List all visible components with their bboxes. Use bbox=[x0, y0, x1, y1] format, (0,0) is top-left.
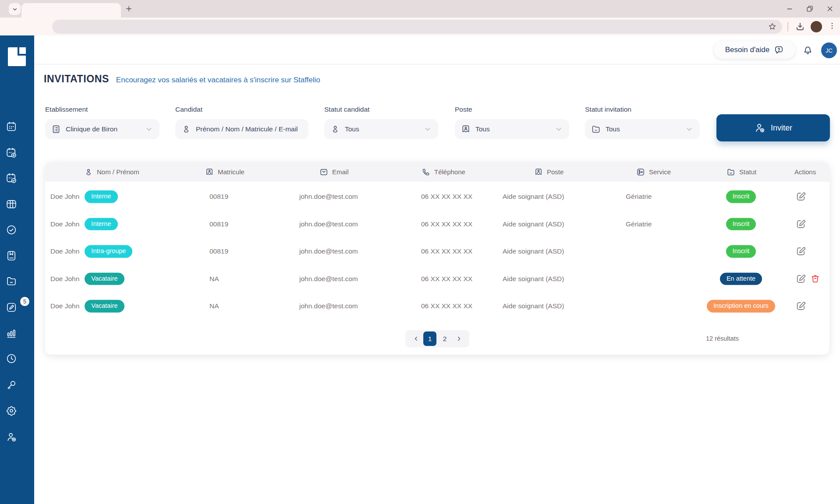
candidate-type-badge: Vacataire bbox=[85, 273, 124, 285]
status-cell: En attente bbox=[697, 273, 785, 285]
column-header-actions: Actions bbox=[794, 162, 816, 182]
pagination-next-button[interactable] bbox=[453, 331, 464, 346]
statut-invitation-label: Statut invitation bbox=[585, 106, 700, 113]
sidebar-item-invitations[interactable] bbox=[6, 302, 17, 313]
person-icon bbox=[330, 124, 340, 134]
statut-candidat-select[interactable]: Tous bbox=[324, 119, 438, 139]
staffelio-logo[interactable] bbox=[8, 47, 26, 66]
email-cell: john.doe@test.com bbox=[299, 302, 358, 310]
calendar-icon bbox=[6, 121, 17, 132]
bar-chart-icon bbox=[6, 328, 17, 339]
building-list-icon bbox=[51, 124, 61, 134]
sidebar-item-planning[interactable] bbox=[6, 121, 17, 132]
downloads-button[interactable] bbox=[795, 21, 805, 32]
folder-icon bbox=[727, 168, 735, 176]
chevron-down-icon bbox=[554, 125, 563, 134]
etablissement-value: Clinique de Biron bbox=[66, 125, 117, 133]
calendar-add-icon bbox=[6, 147, 17, 159]
close-button[interactable] bbox=[823, 2, 836, 15]
trash-icon bbox=[810, 274, 820, 284]
sidebar-item-history[interactable] bbox=[6, 353, 17, 364]
app-header: Besoin d'aide JC bbox=[34, 35, 840, 64]
browser-profile-avatar[interactable] bbox=[811, 21, 822, 32]
minimize-icon bbox=[785, 4, 794, 14]
status-cell: Inscrit bbox=[697, 245, 785, 257]
browser-menu-button[interactable] bbox=[828, 21, 836, 30]
sidebar-item-add-shift[interactable] bbox=[6, 147, 17, 159]
edit-button[interactable] bbox=[795, 219, 806, 229]
matricule-cell: 00819 bbox=[209, 247, 228, 255]
statut-invitation-value: Tous bbox=[606, 125, 620, 133]
pagination-page-2[interactable]: 2 bbox=[438, 331, 451, 346]
candidate-type-badge: Intra-groupe bbox=[85, 245, 132, 257]
phone-icon bbox=[422, 168, 430, 176]
table-header: Nom / Prénom Matricule Email Téléphone P… bbox=[45, 162, 829, 182]
statut-candidat-value: Tous bbox=[345, 125, 359, 133]
bookmark-star-icon[interactable] bbox=[768, 22, 777, 31]
statut-invitation-select[interactable]: Tous bbox=[585, 119, 700, 139]
candidate-name-cell: Doe JohnIntra-groupe bbox=[50, 245, 132, 257]
pagination-prev-button[interactable] bbox=[410, 331, 422, 346]
tab-search-button[interactable] bbox=[9, 3, 21, 15]
candidate-search-input[interactable] bbox=[196, 125, 302, 133]
restore-icon bbox=[805, 4, 814, 13]
status-badge: Inscrit bbox=[726, 245, 756, 257]
invite-button-label: Inviter bbox=[771, 123, 792, 133]
pagination: 1 2 bbox=[405, 330, 469, 347]
browser-tab[interactable] bbox=[21, 3, 121, 18]
filter-poste: Poste Tous bbox=[455, 106, 569, 139]
actions-cell bbox=[795, 191, 806, 202]
gear-icon bbox=[6, 405, 17, 416]
table-row: Doe JohnVacataireNAjohn.doe@test.com06 X… bbox=[45, 265, 829, 293]
help-button[interactable]: Besoin d'aide bbox=[714, 41, 795, 59]
edit-button[interactable] bbox=[795, 273, 806, 284]
edit-pencil-icon bbox=[795, 301, 806, 312]
chevron-down-icon bbox=[423, 125, 432, 134]
sidebar-item-statistics[interactable] bbox=[6, 328, 17, 339]
invite-button[interactable]: Inviter bbox=[716, 114, 830, 141]
hierarchy-icon bbox=[636, 168, 645, 176]
table-row: Doe JohnVacataireNAjohn.doe@test.com06 X… bbox=[45, 293, 829, 320]
column-header-email: Email bbox=[319, 162, 349, 182]
table-row: Doe JohnIntra-groupe00819john.doe@test.c… bbox=[45, 238, 829, 265]
envelope-icon bbox=[319, 168, 328, 176]
edit-button[interactable] bbox=[795, 301, 806, 312]
new-tab-button[interactable] bbox=[123, 3, 135, 15]
chevron-left-icon bbox=[413, 335, 419, 342]
poste-value: Tous bbox=[475, 125, 490, 133]
sidebar-item-add-user[interactable] bbox=[6, 431, 17, 443]
sidebar-item-directory[interactable] bbox=[6, 250, 17, 261]
pagination-page-1[interactable]: 1 bbox=[423, 331, 436, 346]
sidebar-item-grid[interactable] bbox=[6, 198, 17, 210]
statut-candidat-label: Statut candidat bbox=[324, 106, 438, 113]
column-header-statut: Statut bbox=[727, 162, 756, 182]
etablissement-select[interactable]: Clinique de Biron bbox=[45, 119, 159, 139]
edit-button[interactable] bbox=[795, 191, 806, 202]
person-icon bbox=[84, 168, 93, 176]
status-cell: Inscrit bbox=[697, 218, 785, 230]
notifications-button[interactable] bbox=[802, 45, 813, 56]
restore-button[interactable] bbox=[803, 2, 816, 15]
delete-button[interactable] bbox=[810, 274, 820, 284]
email-cell: john.doe@test.com bbox=[299, 220, 358, 228]
address-bar[interactable] bbox=[52, 20, 782, 34]
filter-statut-candidat: Statut candidat Tous bbox=[324, 106, 438, 139]
toolbar-divider bbox=[787, 22, 788, 32]
candidat-search-box[interactable] bbox=[175, 119, 308, 139]
minimize-button[interactable] bbox=[783, 2, 796, 15]
id-badge-icon bbox=[205, 168, 214, 176]
column-label: Email bbox=[332, 168, 349, 176]
sidebar-item-validation[interactable] bbox=[6, 224, 17, 236]
filter-statut-invitation: Statut invitation Tous bbox=[585, 106, 700, 139]
user-avatar[interactable]: JC bbox=[821, 42, 837, 58]
service-cell: Gériatrie bbox=[626, 220, 652, 228]
sidebar-item-validated-shifts[interactable] bbox=[6, 173, 17, 184]
sidebar-item-settings[interactable] bbox=[6, 405, 17, 416]
poste-select[interactable]: Tous bbox=[455, 119, 569, 139]
column-label: Matricule bbox=[218, 168, 245, 176]
edit-button[interactable] bbox=[795, 246, 806, 257]
sidebar-item-documents[interactable] bbox=[6, 275, 17, 287]
phone-cell: 06 XX XX XX XX bbox=[421, 302, 472, 310]
poste-label: Poste bbox=[455, 106, 569, 113]
sidebar-item-access[interactable] bbox=[6, 379, 17, 391]
